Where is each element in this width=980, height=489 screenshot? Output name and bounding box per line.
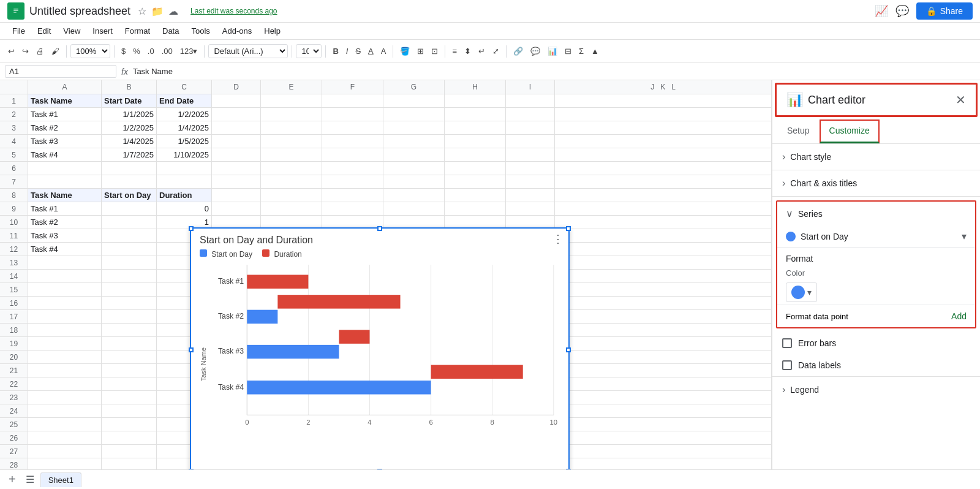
cell-more-23[interactable]	[555, 391, 772, 404]
col-header-d[interactable]: D	[212, 80, 261, 94]
cell-a11[interactable]: Task #3	[28, 229, 102, 242]
row-num-11[interactable]: 11	[0, 229, 28, 242]
cell-more-28[interactable]	[555, 458, 772, 469]
font-size-select[interactable]: 10	[296, 44, 322, 58]
underline-button[interactable]: A	[365, 44, 377, 58]
row-num-5[interactable]: 5	[0, 148, 28, 161]
cell-e7[interactable]	[261, 175, 322, 188]
cell-g4[interactable]	[383, 135, 445, 148]
cell-h3[interactable]	[445, 121, 506, 134]
legend-section[interactable]: › Legend	[772, 376, 980, 403]
cell-more-6[interactable]	[555, 162, 772, 175]
cell-a19[interactable]	[28, 337, 102, 350]
activity-icon[interactable]: 📈	[875, 4, 888, 18]
cell-d5[interactable]	[212, 148, 261, 161]
strikethrough-button[interactable]: S	[352, 44, 364, 58]
text-color-button[interactable]: A	[378, 44, 390, 58]
cell-more-22[interactable]	[555, 377, 772, 390]
cell-more-16[interactable]	[555, 297, 772, 309]
cell-b23[interactable]	[102, 391, 157, 404]
cell-f4[interactable]	[322, 135, 383, 148]
tab-setup[interactable]: Setup	[777, 119, 820, 143]
row-num-25[interactable]: 25	[0, 418, 28, 431]
cell-a15[interactable]	[28, 283, 102, 296]
cell-a17[interactable]	[28, 310, 102, 323]
cell-g8[interactable]	[383, 189, 445, 202]
cell-a16[interactable]	[28, 297, 102, 309]
cell-i10[interactable]	[506, 216, 555, 229]
col-header-b[interactable]: B	[102, 80, 157, 94]
row-num-4[interactable]: 4	[0, 135, 28, 148]
cell-a9[interactable]: Task #1	[28, 202, 102, 215]
resize-handle-mr[interactable]	[566, 347, 571, 352]
cell-h6[interactable]	[445, 162, 506, 175]
resize-handle-bm[interactable]	[377, 469, 382, 469]
bold-button[interactable]: B	[330, 44, 341, 58]
series-dropdown-arrow[interactable]: ▾	[962, 230, 967, 242]
cell-i9[interactable]	[506, 202, 555, 215]
cell-i7[interactable]	[506, 175, 555, 188]
cell-e3[interactable]	[261, 121, 322, 134]
cell-a20[interactable]	[28, 351, 102, 363]
cell-a5[interactable]: Task #4	[28, 148, 102, 161]
resize-handle-tl[interactable]	[189, 226, 194, 231]
chart-overlay[interactable]: ⋮ Start on Day and Duration Start on Day…	[190, 227, 570, 469]
cell-b6[interactable]	[102, 162, 157, 175]
text-wrap[interactable]: ↵	[475, 44, 488, 58]
cell-reference[interactable]	[5, 65, 116, 78]
percent-button[interactable]: %	[130, 44, 143, 58]
comment-button[interactable]: 💬	[527, 44, 543, 58]
cell-b8[interactable]: Start on Day	[102, 189, 157, 202]
cell-g3[interactable]	[383, 121, 445, 134]
cell-a14[interactable]	[28, 270, 102, 282]
star-icon[interactable]: ☆	[138, 6, 146, 17]
menu-edit[interactable]: Edit	[32, 25, 56, 37]
cell-more-27[interactable]	[555, 445, 772, 458]
cell-c1[interactable]: End Date	[157, 94, 212, 107]
cell-e9[interactable]	[261, 202, 322, 215]
filter-button[interactable]: ⊟	[562, 44, 575, 58]
cell-f8[interactable]	[322, 189, 383, 202]
col-header-h[interactable]: H	[445, 80, 506, 94]
last-edit[interactable]: Last edit was seconds ago	[190, 7, 277, 15]
row-num-12[interactable]: 12	[0, 243, 28, 256]
cell-c10[interactable]: 1	[157, 216, 212, 229]
row-num-3[interactable]: 3	[0, 121, 28, 134]
cell-more-11[interactable]	[555, 229, 772, 242]
row-num-23[interactable]: 23	[0, 391, 28, 404]
cell-c8[interactable]: Duration	[157, 189, 212, 202]
cell-a23[interactable]	[28, 391, 102, 404]
merge-button[interactable]: ⊡	[428, 44, 441, 58]
menu-file[interactable]: File	[7, 25, 30, 37]
error-bars-row[interactable]: Error bars	[772, 332, 980, 354]
col-header-more[interactable]: J K L	[555, 80, 772, 94]
error-bars-checkbox[interactable]	[782, 338, 792, 348]
font-select[interactable]: Default (Ari...)	[208, 44, 288, 58]
cell-b21[interactable]	[102, 364, 157, 377]
cell-b26[interactable]	[102, 431, 157, 444]
cell-b24[interactable]	[102, 404, 157, 417]
add-sheet-button[interactable]: +	[5, 472, 20, 487]
cell-f5[interactable]	[322, 148, 383, 161]
cell-more-2[interactable]	[555, 108, 772, 121]
row-num-19[interactable]: 19	[0, 337, 28, 350]
cell-b27[interactable]	[102, 445, 157, 458]
row-num-2[interactable]: 2	[0, 108, 28, 121]
row-num-14[interactable]: 14	[0, 270, 28, 282]
data-labels-checkbox[interactable]	[782, 360, 792, 370]
cell-more-10[interactable]	[555, 216, 772, 229]
menu-insert[interactable]: Insert	[88, 25, 118, 37]
cell-a8[interactable]: Task Name	[28, 189, 102, 202]
italic-button[interactable]: I	[343, 44, 352, 58]
cell-more-9[interactable]	[555, 202, 772, 215]
cell-e1[interactable]	[261, 94, 322, 107]
cell-b3[interactable]: 1/2/2025	[102, 121, 157, 134]
resize-handle-br[interactable]	[566, 469, 571, 469]
cell-a18[interactable]	[28, 324, 102, 336]
cell-c3[interactable]: 1/4/2025	[157, 121, 212, 134]
col-header-a[interactable]: A	[28, 80, 102, 94]
cell-h10[interactable]	[445, 216, 506, 229]
cell-more-20[interactable]	[555, 351, 772, 363]
cell-b25[interactable]	[102, 418, 157, 431]
cell-d10[interactable]	[212, 216, 261, 229]
